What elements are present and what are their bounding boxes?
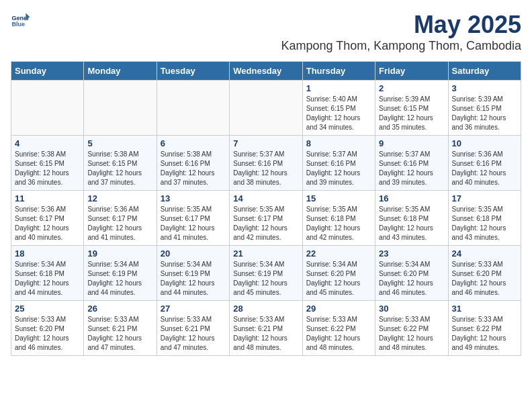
page-subtitle: Kampong Thom, Kampong Thom, Cambodia <box>281 39 521 53</box>
calendar-table: Sunday Monday Tuesday Wednesday Thursday… <box>11 61 521 356</box>
logo: General Blue <box>11 11 32 30</box>
day-number: 19 <box>87 248 152 259</box>
day-number: 4 <box>15 138 80 148</box>
header-thursday: Thursday <box>302 62 375 81</box>
table-row: 1Sunrise: 5:40 AM Sunset: 6:15 PM Daylig… <box>302 81 375 136</box>
day-info: Sunrise: 5:35 AM Sunset: 6:18 PM Dayligh… <box>306 205 371 242</box>
day-info: Sunrise: 5:33 AM Sunset: 6:20 PM Dayligh… <box>452 260 517 298</box>
title-section: May 2025 Kampong Thom, Kampong Thom, Cam… <box>281 11 521 58</box>
day-number: 14 <box>233 193 298 203</box>
day-number: 11 <box>15 193 80 203</box>
day-info: Sunrise: 5:40 AM Sunset: 6:15 PM Dayligh… <box>306 95 371 132</box>
day-number: 27 <box>161 304 226 314</box>
day-info: Sunrise: 5:33 AM Sunset: 6:22 PM Dayligh… <box>306 315 371 353</box>
day-number: 7 <box>233 138 298 148</box>
page-title: May 2025 <box>281 11 521 39</box>
day-info: Sunrise: 5:35 AM Sunset: 6:18 PM Dayligh… <box>379 205 444 242</box>
day-number: 29 <box>306 304 371 314</box>
day-number: 8 <box>306 138 371 148</box>
table-row: 13Sunrise: 5:35 AM Sunset: 6:17 PM Dayli… <box>157 191 229 246</box>
day-info: Sunrise: 5:36 AM Sunset: 6:16 PM Dayligh… <box>452 150 517 187</box>
day-number: 25 <box>15 304 80 314</box>
header-wednesday: Wednesday <box>230 62 302 81</box>
day-info: Sunrise: 5:35 AM Sunset: 6:17 PM Dayligh… <box>161 205 226 242</box>
calendar-week-row: 1Sunrise: 5:40 AM Sunset: 6:15 PM Daylig… <box>11 81 521 136</box>
day-number: 31 <box>452 304 517 314</box>
table-row <box>230 81 302 136</box>
header-tuesday: Tuesday <box>157 62 229 81</box>
table-row: 24Sunrise: 5:33 AM Sunset: 6:20 PM Dayli… <box>448 246 521 301</box>
day-number: 18 <box>15 248 80 259</box>
day-info: Sunrise: 5:33 AM Sunset: 6:22 PM Dayligh… <box>452 315 517 353</box>
day-number: 10 <box>452 138 517 148</box>
table-row: 21Sunrise: 5:34 AM Sunset: 6:19 PM Dayli… <box>230 246 302 301</box>
table-row: 14Sunrise: 5:35 AM Sunset: 6:17 PM Dayli… <box>230 191 302 246</box>
calendar-week-row: 18Sunrise: 5:34 AM Sunset: 6:18 PM Dayli… <box>11 246 521 301</box>
day-info: Sunrise: 5:35 AM Sunset: 6:17 PM Dayligh… <box>233 205 298 242</box>
calendar-week-row: 25Sunrise: 5:33 AM Sunset: 6:20 PM Dayli… <box>11 301 521 356</box>
calendar-header-row: Sunday Monday Tuesday Wednesday Thursday… <box>11 62 521 81</box>
table-row: 17Sunrise: 5:35 AM Sunset: 6:18 PM Dayli… <box>448 191 521 246</box>
header-sunday: Sunday <box>11 62 84 81</box>
day-number: 9 <box>379 138 444 148</box>
table-row: 3Sunrise: 5:39 AM Sunset: 6:15 PM Daylig… <box>448 81 521 136</box>
day-info: Sunrise: 5:35 AM Sunset: 6:18 PM Dayligh… <box>452 205 517 242</box>
day-info: Sunrise: 5:39 AM Sunset: 6:15 PM Dayligh… <box>379 95 444 132</box>
day-info: Sunrise: 5:38 AM Sunset: 6:16 PM Dayligh… <box>161 150 226 187</box>
day-info: Sunrise: 5:37 AM Sunset: 6:16 PM Dayligh… <box>306 150 371 187</box>
day-number: 2 <box>379 83 444 93</box>
table-row: 25Sunrise: 5:33 AM Sunset: 6:20 PM Dayli… <box>11 301 84 356</box>
day-info: Sunrise: 5:33 AM Sunset: 6:22 PM Dayligh… <box>379 315 444 353</box>
table-row: 5Sunrise: 5:38 AM Sunset: 6:15 PM Daylig… <box>84 136 157 191</box>
day-number: 22 <box>306 248 371 259</box>
day-number: 23 <box>379 248 444 259</box>
logo-icon: General Blue <box>11 11 30 30</box>
header-friday: Friday <box>375 62 448 81</box>
day-info: Sunrise: 5:34 AM Sunset: 6:19 PM Dayligh… <box>161 260 226 298</box>
table-row <box>11 81 84 136</box>
table-row: 10Sunrise: 5:36 AM Sunset: 6:16 PM Dayli… <box>448 136 521 191</box>
table-row: 20Sunrise: 5:34 AM Sunset: 6:19 PM Dayli… <box>157 246 229 301</box>
day-number: 3 <box>452 83 517 93</box>
header-saturday: Saturday <box>448 62 521 81</box>
day-number: 30 <box>379 304 444 314</box>
day-info: Sunrise: 5:37 AM Sunset: 6:16 PM Dayligh… <box>379 150 444 187</box>
day-number: 26 <box>87 304 152 314</box>
table-row: 28Sunrise: 5:33 AM Sunset: 6:21 PM Dayli… <box>230 301 302 356</box>
table-row: 2Sunrise: 5:39 AM Sunset: 6:15 PM Daylig… <box>375 81 448 136</box>
day-info: Sunrise: 5:33 AM Sunset: 6:20 PM Dayligh… <box>15 315 80 353</box>
table-row: 15Sunrise: 5:35 AM Sunset: 6:18 PM Dayli… <box>302 191 375 246</box>
calendar-week-row: 11Sunrise: 5:36 AM Sunset: 6:17 PM Dayli… <box>11 191 521 246</box>
table-row: 30Sunrise: 5:33 AM Sunset: 6:22 PM Dayli… <box>375 301 448 356</box>
day-info: Sunrise: 5:36 AM Sunset: 6:17 PM Dayligh… <box>15 205 80 242</box>
table-row: 6Sunrise: 5:38 AM Sunset: 6:16 PM Daylig… <box>157 136 229 191</box>
day-number: 21 <box>233 248 298 259</box>
table-row: 12Sunrise: 5:36 AM Sunset: 6:17 PM Dayli… <box>84 191 157 246</box>
day-info: Sunrise: 5:38 AM Sunset: 6:15 PM Dayligh… <box>87 150 152 187</box>
day-number: 1 <box>306 83 371 93</box>
day-info: Sunrise: 5:33 AM Sunset: 6:21 PM Dayligh… <box>87 315 152 353</box>
day-number: 5 <box>87 138 152 148</box>
table-row: 29Sunrise: 5:33 AM Sunset: 6:22 PM Dayli… <box>302 301 375 356</box>
table-row: 27Sunrise: 5:33 AM Sunset: 6:21 PM Dayli… <box>157 301 229 356</box>
day-info: Sunrise: 5:39 AM Sunset: 6:15 PM Dayligh… <box>452 95 517 132</box>
day-number: 15 <box>306 193 371 203</box>
day-info: Sunrise: 5:34 AM Sunset: 6:19 PM Dayligh… <box>87 260 152 298</box>
day-number: 24 <box>452 248 517 259</box>
table-row: 18Sunrise: 5:34 AM Sunset: 6:18 PM Dayli… <box>11 246 84 301</box>
day-info: Sunrise: 5:34 AM Sunset: 6:18 PM Dayligh… <box>15 260 80 298</box>
day-info: Sunrise: 5:34 AM Sunset: 6:20 PM Dayligh… <box>306 260 371 298</box>
day-info: Sunrise: 5:34 AM Sunset: 6:20 PM Dayligh… <box>379 260 444 298</box>
table-row: 7Sunrise: 5:37 AM Sunset: 6:16 PM Daylig… <box>230 136 302 191</box>
header-monday: Monday <box>84 62 157 81</box>
day-number: 12 <box>87 193 152 203</box>
table-row <box>157 81 229 136</box>
day-info: Sunrise: 5:33 AM Sunset: 6:21 PM Dayligh… <box>233 315 298 353</box>
table-row: 16Sunrise: 5:35 AM Sunset: 6:18 PM Dayli… <box>375 191 448 246</box>
day-info: Sunrise: 5:38 AM Sunset: 6:15 PM Dayligh… <box>15 150 80 187</box>
table-row: 9Sunrise: 5:37 AM Sunset: 6:16 PM Daylig… <box>375 136 448 191</box>
table-row: 19Sunrise: 5:34 AM Sunset: 6:19 PM Dayli… <box>84 246 157 301</box>
day-info: Sunrise: 5:37 AM Sunset: 6:16 PM Dayligh… <box>233 150 298 187</box>
day-number: 20 <box>161 248 226 259</box>
svg-text:Blue: Blue <box>11 21 25 28</box>
